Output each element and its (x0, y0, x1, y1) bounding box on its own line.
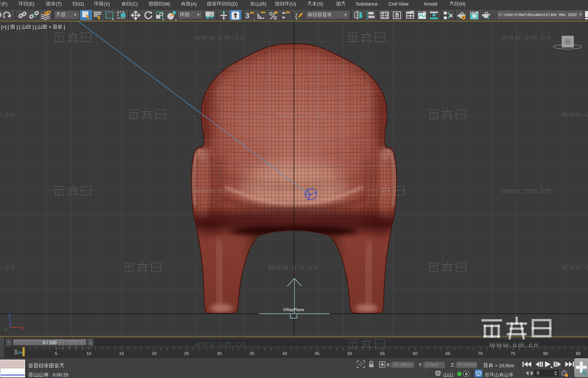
svg-text:75: 75 (511, 351, 516, 356)
svg-text:50: 50 (348, 351, 352, 356)
svg-text:85: 85 (576, 351, 581, 356)
svg-text:10: 10 (87, 351, 91, 356)
svg-text:5: 5 (55, 351, 57, 356)
svg-text:55: 55 (380, 351, 385, 356)
svg-text:Z: Z (8, 313, 11, 317)
svg-text:65: 65 (446, 351, 450, 356)
svg-text:15: 15 (119, 351, 124, 356)
svg-text:80: 80 (543, 351, 548, 356)
svg-text:20: 20 (152, 351, 157, 356)
svg-text:35: 35 (250, 351, 255, 356)
svg-text:3: 3 (245, 12, 249, 20)
svg-text:25: 25 (184, 351, 189, 356)
svg-text:40: 40 (282, 351, 287, 356)
svg-text:30: 30 (217, 351, 222, 356)
svg-text:X: X (21, 326, 24, 330)
svg-text:45: 45 (315, 351, 320, 356)
svg-text:60: 60 (413, 351, 418, 356)
svg-text:70: 70 (478, 351, 483, 356)
svg-text:{: { (295, 12, 298, 20)
svg-text:y: y (5, 327, 7, 332)
